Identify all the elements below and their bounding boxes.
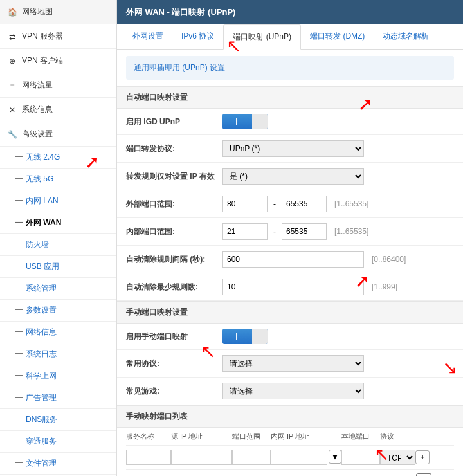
upnp-banner: 通用即插即用 (UPnP) 设置 bbox=[126, 56, 454, 80]
label-intport: 内部端口范围: bbox=[126, 226, 222, 237]
label-protocol: 端口转发协议: bbox=[126, 143, 222, 154]
select-common-game[interactable]: 请选择 bbox=[222, 383, 364, 399]
col-header: 端口范围 bbox=[232, 432, 271, 441]
label-common-proto: 常用协议: bbox=[126, 358, 222, 369]
select-new-proto[interactable]: TCP bbox=[380, 450, 415, 465]
section-list: 手动映射端口列表 bbox=[117, 405, 463, 428]
row-checkbox[interactable] bbox=[415, 473, 432, 476]
col-header: 服务名称 bbox=[126, 432, 171, 441]
hint-extport: [1..65535] bbox=[334, 199, 368, 208]
sidebar-sub-item[interactable]: 外网 WAN bbox=[0, 212, 116, 234]
sidebar-item[interactable]: ⇄VPN 服务器 bbox=[0, 24, 116, 49]
sidebar: 🏠网络地图⇄VPN 服务器⊕VPN 客户端≡网络流量✕系统信息🔧高级设置 无线 … bbox=[0, 0, 117, 476]
section-manual: 手动端口映射设置 bbox=[117, 301, 463, 324]
input-intport-to[interactable] bbox=[282, 223, 327, 240]
label-extport: 外部端口范围: bbox=[126, 199, 222, 210]
label-interval: 自动清除规则间隔 (秒): bbox=[126, 254, 222, 265]
sidebar-sub-item[interactable]: DNS服务 bbox=[0, 409, 116, 431]
table-row: nas*.*.*.*10010192.168.2.2095000TCP bbox=[126, 470, 454, 476]
select-common-proto[interactable]: 请选择 bbox=[222, 355, 364, 372]
sidebar-item-label: 高级设置 bbox=[22, 129, 53, 140]
sidebar-item[interactable]: 🏠网络地图 bbox=[0, 0, 116, 24]
sidebar-item-label: 网络流量 bbox=[22, 80, 53, 91]
menu-icon: ✕ bbox=[8, 105, 17, 114]
input-new-lanip[interactable] bbox=[271, 450, 327, 465]
sidebar-item-label: VPN 服务器 bbox=[22, 31, 63, 42]
menu-icon: 🏠 bbox=[8, 8, 17, 17]
sidebar-sub-item[interactable]: USB 应用 bbox=[0, 256, 116, 278]
menu-icon: ≡ bbox=[8, 81, 17, 90]
input-new-name[interactable] bbox=[126, 450, 171, 465]
sidebar-item-label: 网络地图 bbox=[22, 6, 53, 17]
sidebar-item[interactable]: 🔧高级设置 bbox=[0, 122, 116, 147]
sidebar-item[interactable]: ≡网络流量 bbox=[0, 73, 116, 98]
toggle-igd-upnp[interactable] bbox=[222, 114, 268, 129]
hint-interval: [0..86400] bbox=[372, 255, 406, 264]
menu-icon: ⊕ bbox=[8, 57, 17, 66]
tab[interactable]: 端口映射 (UPnP) bbox=[223, 24, 301, 50]
select-protocol[interactable]: UPnP (*) bbox=[222, 140, 364, 157]
sidebar-item-label: 系统信息 bbox=[22, 104, 53, 115]
tab[interactable]: 外网设置 bbox=[123, 24, 172, 49]
select-ipvalid[interactable]: 是 (*) bbox=[222, 168, 364, 185]
menu-icon: ⇄ bbox=[8, 32, 17, 41]
label-manual-enable: 启用手动端口映射 bbox=[126, 331, 222, 342]
tabs: 外网设置IPv6 协议端口映射 (UPnP)端口转发 (DMZ)动态域名解析 bbox=[117, 24, 463, 50]
sidebar-sub-item[interactable]: 无线 5G bbox=[0, 169, 116, 190]
sidebar-sub-item[interactable]: 网络信息 bbox=[0, 322, 116, 343]
hint-minrule: [1..999] bbox=[372, 282, 397, 291]
content: 外网 WAN - 端口映射 (UPnP) 外网设置IPv6 协议端口映射 (UP… bbox=[117, 0, 463, 476]
sidebar-sub-item[interactable]: 文件管理 bbox=[0, 453, 116, 475]
col-header: 源 IP 地址 bbox=[171, 432, 232, 441]
add-mapping-button[interactable]: + bbox=[415, 450, 430, 464]
tab[interactable]: IPv6 协议 bbox=[172, 24, 223, 49]
input-interval[interactable] bbox=[222, 251, 364, 268]
sidebar-sub-item[interactable]: 科学上网 bbox=[0, 365, 116, 387]
sidebar-sub-item[interactable]: 无线 2.4G bbox=[0, 147, 116, 169]
col-header: 协议 bbox=[380, 432, 415, 441]
input-new-localport[interactable] bbox=[341, 450, 380, 465]
menu-icon: 🔧 bbox=[8, 130, 17, 139]
mapping-table: 服务名称源 IP 地址端口范围内网 IP 地址本地端口协议 ▾ TCP + na… bbox=[117, 428, 463, 476]
sidebar-item-label: VPN 客户端 bbox=[22, 55, 63, 66]
col-header: 本地端口 bbox=[341, 432, 380, 441]
input-new-portrange[interactable] bbox=[232, 450, 271, 465]
sidebar-sub-item[interactable]: 防火墙 bbox=[0, 234, 116, 256]
col-header: 内网 IP 地址 bbox=[271, 432, 341, 441]
sidebar-sub-item[interactable]: 广告管理 bbox=[0, 387, 116, 409]
input-extport-to[interactable] bbox=[282, 196, 327, 212]
tab[interactable]: 端口转发 (DMZ) bbox=[301, 24, 374, 49]
label-minrule: 自动清除最少规则数: bbox=[126, 282, 222, 293]
toggle-manual-mapping[interactable] bbox=[222, 329, 268, 344]
tab[interactable]: 动态域名解析 bbox=[374, 24, 438, 49]
hint-intport: [1..65535] bbox=[334, 227, 368, 236]
table-row-new: ▾ TCP + bbox=[126, 446, 454, 470]
sidebar-sub-item[interactable]: 系统管理 bbox=[0, 278, 116, 300]
input-minrule[interactable] bbox=[222, 279, 364, 295]
page-title: 外网 WAN - 端口映射 (UPnP) bbox=[117, 0, 463, 24]
label-igd: 启用 IGD UPnP bbox=[126, 116, 222, 127]
sidebar-sub-item[interactable]: 参数设置 bbox=[0, 300, 116, 322]
sidebar-sub-item[interactable]: 系统日志 bbox=[0, 343, 116, 365]
sidebar-sub-item[interactable]: 内网 LAN bbox=[0, 190, 116, 212]
label-ipvalid: 转发规则仅对设置 IP 有效 bbox=[126, 171, 222, 182]
lanip-picker-button[interactable]: ▾ bbox=[329, 450, 341, 464]
sidebar-item[interactable]: ⊕VPN 客户端 bbox=[0, 49, 116, 73]
input-extport-from[interactable] bbox=[222, 196, 268, 212]
label-common-game: 常见游戏: bbox=[126, 386, 222, 397]
sidebar-sub-item[interactable]: 穿透服务 bbox=[0, 431, 116, 453]
input-new-srcip[interactable] bbox=[171, 450, 232, 465]
input-intport-from[interactable] bbox=[222, 223, 268, 240]
sidebar-item[interactable]: ✕系统信息 bbox=[0, 98, 116, 122]
section-auto: 自动端口映射设置 bbox=[117, 86, 463, 109]
